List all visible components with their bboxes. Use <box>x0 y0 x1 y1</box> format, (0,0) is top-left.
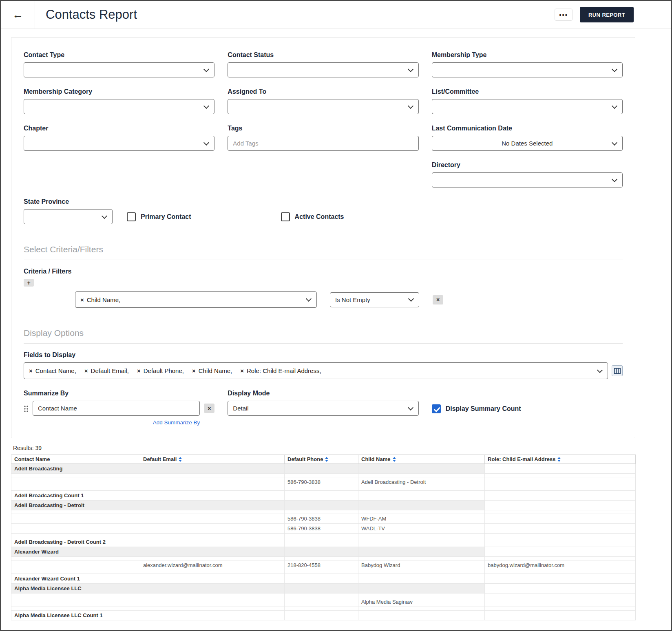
table-cell <box>11 487 140 491</box>
table-cell <box>285 597 358 607</box>
membership-type-select[interactable] <box>432 62 623 77</box>
remove-token-icon[interactable]: × <box>29 368 33 374</box>
table-cell <box>285 574 358 584</box>
field-label: State Province <box>24 198 113 205</box>
contact-status-select[interactable] <box>228 62 418 77</box>
criteria-operator-value: Is Not Empty <box>335 296 370 303</box>
drag-handle-icon[interactable] <box>24 405 29 413</box>
table-cell <box>485 491 636 501</box>
add-summarize-link[interactable]: Add Summarize By <box>33 419 200 426</box>
table-cell <box>140 547 285 557</box>
topbar: ← Contacts Report ••• RUN REPORT <box>1 1 671 29</box>
table-row <box>11 593 636 597</box>
criteria-field-token: × Child Name, <box>80 296 120 303</box>
table-cell: Alexander Wizard Count 1 <box>11 574 140 584</box>
plus-icon: + <box>27 280 30 286</box>
table-cell <box>485 537 636 547</box>
column-settings-button[interactable] <box>612 365 623 376</box>
criteria-field-token-label: Child Name, <box>87 296 121 303</box>
table-cell: WADL-TV <box>358 524 485 534</box>
display-summary-count-checkbox[interactable] <box>432 404 441 413</box>
grid-spacer <box>228 161 418 188</box>
column-header-role-child-email[interactable]: Role: Child E-mail Address <box>485 455 636 464</box>
table-cell: 586-790-3838 <box>285 477 358 487</box>
table-cell <box>358 487 485 491</box>
remove-token-icon[interactable]: × <box>240 368 244 374</box>
table-cell <box>285 491 358 501</box>
close-icon: × <box>208 405 211 412</box>
table-cell <box>140 524 285 534</box>
table-cell <box>140 514 285 524</box>
table-cell <box>140 570 285 574</box>
column-header-default-phone[interactable]: Default Phone <box>285 455 358 464</box>
table-cell <box>485 524 636 534</box>
criteria-field-select[interactable]: × Child Name, <box>75 291 317 308</box>
table-row: Adell Broadcasting - Detroit Count 2 <box>11 537 636 547</box>
summarize-by-row: Add Summarize By × <box>24 401 214 426</box>
table-cell <box>11 510 140 514</box>
last-communication-date-select[interactable]: No Dates Selected <box>432 136 623 151</box>
table-cell <box>11 607 140 611</box>
table-cell: Alpha Media Licensee LLC Count 1 <box>11 611 140 620</box>
table-row: Alexander Wizard <box>11 547 636 557</box>
field-token: × Child Name, <box>192 367 232 374</box>
table-cell <box>485 501 636 510</box>
column-header-child-name[interactable]: Child Name <box>358 455 485 464</box>
table-cell <box>485 464 636 474</box>
table-row <box>11 474 636 477</box>
table-cell <box>285 557 358 560</box>
criteria-operator-select[interactable]: Is Not Empty <box>330 292 419 307</box>
summarize-by-label: Summarize By <box>24 390 214 397</box>
remove-token-icon[interactable]: × <box>192 368 196 374</box>
columns-icon <box>614 368 621 374</box>
remove-token-icon[interactable]: × <box>80 297 84 303</box>
summarize-input-wrap: Add Summarize By <box>33 401 200 426</box>
table-cell <box>140 474 285 477</box>
active-contacts-checkbox[interactable] <box>281 212 290 221</box>
back-button[interactable]: ← <box>1 1 35 29</box>
remove-token-icon[interactable]: × <box>84 368 88 374</box>
criteria-row: × Child Name, Is Not Empty × <box>24 291 623 308</box>
directory-select[interactable] <box>432 172 623 188</box>
run-report-button[interactable]: RUN REPORT <box>580 7 634 22</box>
table-cell <box>285 474 358 477</box>
fields-to-display-row: × Contact Name, × Default Email, × Defau… <box>24 362 623 379</box>
add-criteria-button[interactable]: + <box>24 279 34 287</box>
sort-icon <box>179 457 182 462</box>
contact-type-select[interactable] <box>24 62 214 77</box>
membership-category-select[interactable] <box>24 99 214 114</box>
summarize-by-input[interactable] <box>33 401 200 416</box>
table-cell <box>358 607 485 611</box>
table-cell <box>285 510 358 514</box>
display-mode-select[interactable]: Detail <box>228 401 418 416</box>
column-header-default-email[interactable]: Default Email <box>140 455 285 464</box>
state-province-select[interactable] <box>24 209 113 224</box>
criteria-remove-button[interactable]: × <box>433 295 443 304</box>
more-options-button[interactable]: ••• <box>555 9 573 21</box>
chevron-down-icon <box>612 66 617 72</box>
select-value: No Dates Selected <box>502 140 553 147</box>
summarize-remove-button[interactable]: × <box>204 404 214 413</box>
table-cell <box>358 534 485 537</box>
chevron-down-icon <box>408 404 413 410</box>
list-committee-select[interactable] <box>432 99 623 114</box>
topbar-actions: ••• RUN REPORT <box>555 7 634 22</box>
chevron-down-icon <box>102 213 107 218</box>
chapter-select[interactable] <box>24 136 214 151</box>
fields-to-display-select[interactable]: × Contact Name, × Default Email, × Defau… <box>24 362 608 379</box>
results-table-body: Adell Broadcasting586-790-3838Adell Broa… <box>11 464 636 620</box>
remove-token-icon[interactable]: × <box>137 368 141 374</box>
field-token-label: Default Phone, <box>144 367 184 374</box>
assigned-to-select[interactable] <box>228 99 418 114</box>
field-token-label: Child Name, <box>199 367 232 374</box>
table-cell <box>140 597 285 607</box>
tags-input[interactable] <box>228 136 418 151</box>
column-header-contact-name[interactable]: Contact Name <box>11 455 140 464</box>
table-cell <box>358 557 485 560</box>
table-cell <box>485 474 636 477</box>
primary-contact-checkbox[interactable] <box>127 212 136 221</box>
table-cell <box>285 593 358 597</box>
criteria-filters-label: Criteria / Filters <box>24 268 623 275</box>
filter-contact-type: Contact Type <box>24 51 214 77</box>
table-cell <box>485 570 636 574</box>
